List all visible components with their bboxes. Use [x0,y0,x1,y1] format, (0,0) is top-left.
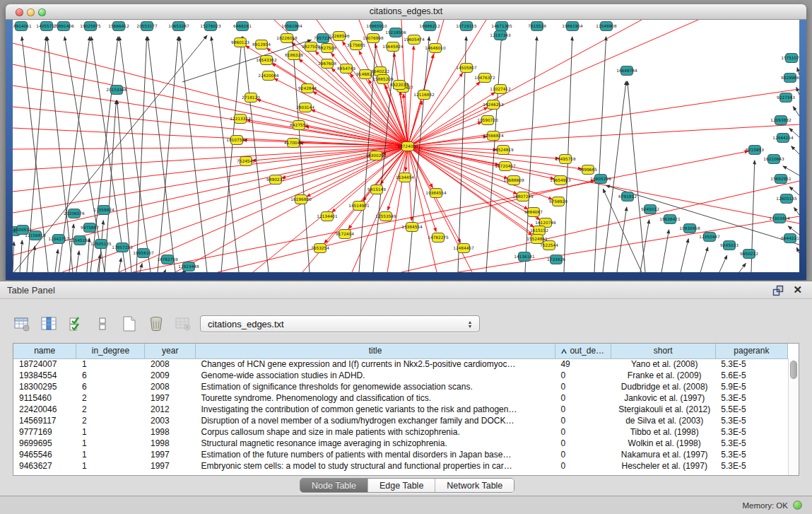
table-cell[interactable]: Nakamura et al. (1997) [611,449,715,460]
graph-node[interactable]: 18495758 [555,155,576,164]
table-cell[interactable]: 1 [76,358,145,370]
table-cell[interactable]: Tibbo et al. (1998) [611,426,715,438]
graph-node[interactable]: 12197343 [490,31,511,40]
graph-node[interactable]: 9899685 [579,165,597,175]
table-cell[interactable]: Hescheler et al. (1997) [611,460,715,472]
table-cell[interactable]: 2003 [145,415,196,426]
column-header-year[interactable]: year [145,344,196,358]
graph-node[interactable]: 10524819 [493,146,514,155]
column-header-in_degree[interactable]: in_degree [76,344,145,358]
graph-node[interactable]: 19958107 [133,249,154,258]
column-header-title[interactable]: title [196,344,555,358]
graph-node[interactable]: 6466161 [233,22,252,31]
graph-node[interactable]: 12093832 [770,116,792,125]
graph-node[interactable]: 13384554 [401,223,423,232]
graph-node[interactable]: 9860123 [231,38,249,47]
graph-node[interactable]: 16648784 [616,66,637,76]
graph-node[interactable]: 9644221 [781,234,799,243]
table-cell[interactable]: 9777169 [13,426,76,438]
select-rows-icon[interactable] [66,315,85,333]
graph-node[interactable]: 19384554 [425,189,447,198]
graph-node[interactable]: 9245012 [641,205,659,214]
table-cell[interactable]: Structural magnetic resonance image aver… [196,438,555,449]
graph-node[interactable]: 10719155 [456,22,477,31]
table-cell[interactable]: 1 [76,460,145,472]
table-cell[interactable]: 5.9E-5 [715,381,787,392]
table-cell[interactable]: 5.5E-5 [715,404,787,415]
graph-node[interactable]: 16405299 [590,175,611,184]
table-cell[interactable]: Tourette syndrome. Phenomenology and cla… [196,392,555,404]
table-cell[interactable]: 9699695 [13,438,76,449]
network-canvas[interactable]: 1891406114055717208914061902587515666412… [13,20,799,272]
table-cell[interactable]: 0 [555,404,611,415]
graph-node[interactable]: 8215953 [746,146,764,155]
table-row[interactable]: 911546021997Tourette syndrome. Phenomeno… [13,392,788,404]
tab-node-table[interactable]: Node Table [300,479,367,492]
table-cell[interactable]: 0 [555,460,611,472]
graph-node[interactable]: 8186328 [285,51,303,60]
table-cell[interactable]: 5.3E-5 [715,415,787,426]
graph-node[interactable]: 12505135 [90,240,112,249]
graph-node[interactable]: 9245033 [720,241,739,250]
graph-node[interactable]: 9890237 [266,175,285,185]
table-cell[interactable]: Genome-wide association studies in ADHD. [196,370,555,381]
table-row[interactable]: 946362711997Embryonic stem cells: a mode… [13,460,788,472]
table-cell[interactable]: 2012 [145,404,196,415]
graph-node[interactable]: 10476372 [474,74,495,83]
graph-node[interactable]: 10653287 [168,22,189,31]
graph-node[interactable]: 9815149 [367,185,386,194]
graph-node[interactable]: 14505807 [456,64,477,73]
graph-node[interactable]: 15751074 [781,54,799,63]
graph-node[interactable]: 9450212 [740,250,758,259]
graph-node[interactable]: 12605135 [776,194,797,204]
delete-trash-icon[interactable] [147,315,165,333]
graph-node[interactable]: 18226058 [276,34,298,43]
table-cell[interactable]: 1998 [145,438,196,449]
graph-node[interactable]: 9227343 [777,93,795,103]
table-cell[interactable]: 5.3E-5 [715,460,787,472]
graph-node[interactable]: 20153346 [106,86,127,95]
graph-node[interactable]: 12484457 [453,244,474,253]
table-row[interactable]: 969969511998Structural magnetic resonanc… [13,438,788,449]
table-cell[interactable]: 0 [555,370,611,381]
table-row[interactable]: 977716911998Corpus callosum shape and si… [13,426,788,438]
column-header-out_de[interactable]: out_de… [555,344,611,358]
float-panel-icon[interactable] [772,285,784,296]
checkbox-list-icon[interactable] [93,315,112,333]
graph-node[interactable]: 18636421 [659,215,681,224]
table-cell[interactable]: 5.3E-5 [715,449,787,460]
table-cell[interactable]: 19384554 [13,370,76,381]
table-cell[interactable]: 9463627 [13,460,76,472]
table-cell[interactable]: 9465546 [13,449,76,460]
citation-network-graph[interactable]: 1891406114055717208914061902587515666412… [13,20,799,272]
table-cell[interactable]: 2 [76,404,145,415]
tab-edge-table[interactable]: Edge Table [367,479,435,492]
graph-node[interactable]: 20891406 [53,22,74,31]
table-cell[interactable]: 1998 [145,426,196,438]
graph-node[interactable]: 18965910 [366,22,387,31]
table-cell[interactable]: Changes of HCN gene expression and I(f) … [196,358,555,370]
table-cell[interactable]: Franke et al. (2009) [611,370,715,381]
graph-node[interactable]: 15692951 [770,175,792,184]
graph-node[interactable]: 9242848 [298,84,317,93]
graph-node[interactable]: 12116832 [413,90,435,100]
table-cell[interactable]: 6 [76,381,145,392]
graph-node[interactable]: 12923448 [178,262,199,271]
graph-node[interactable]: 10930458 [679,224,700,233]
table-cell[interactable]: 0 [555,426,611,438]
graph-node[interactable]: 7615528 [528,22,546,31]
table-cell[interactable]: Yano et al. (2008) [611,358,715,370]
graph-node[interactable]: 15276023 [200,22,221,31]
column-header-name[interactable]: name [13,344,76,358]
table-cell[interactable]: 49 [555,358,611,370]
graph-node[interactable]: 1534454 [396,173,414,182]
graph-node[interactable]: 17303454 [769,214,790,223]
table-cell[interactable]: 14569117 [13,415,76,426]
graph-node[interactable]: 19605474 [404,35,425,45]
table-cell[interactable]: Dudbridge et al. (2008) [611,381,715,392]
table-cell[interactable]: 9115460 [13,392,76,404]
graph-node[interactable]: 2718120 [242,93,260,103]
table-row[interactable]: 1938455462009Genome-wide association stu… [13,370,788,381]
table-cell[interactable]: 0 [555,438,611,449]
table-cell[interactable]: 2008 [145,358,196,370]
